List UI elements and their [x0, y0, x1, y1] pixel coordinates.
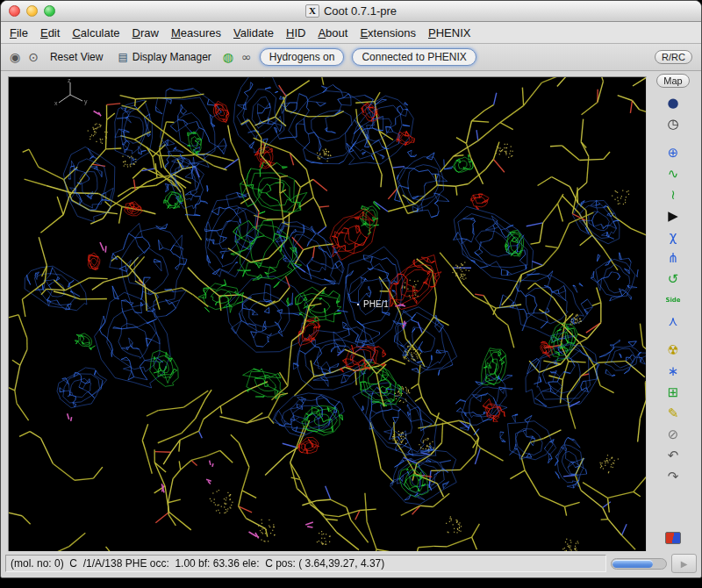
display-manager-button[interactable]: ▤ Display Manager — [114, 49, 214, 65]
triangle-icon: ▶ — [681, 559, 688, 569]
display-manager-label: Display Manager — [133, 51, 211, 63]
undo-icon[interactable]: ↶ — [668, 445, 679, 466]
right-toolbar: Map ●◷⊕∿≀▶χ⋔↺Side⋏☢∗⊞✎⊘↶↷ — [647, 71, 699, 551]
reset-view-label: Reset View — [50, 51, 103, 63]
alt-conf-icon[interactable]: ∗ — [668, 361, 679, 382]
titlebar[interactable]: X Coot 0.7.1-pre — [1, 1, 701, 22]
menu-phenix[interactable]: PHENIX — [428, 26, 470, 39]
main-content: Map ●◷⊕∿≀▶χ⋔↺Side⋏☢∗⊞✎⊘↶↷ — [1, 71, 701, 551]
redo-icon[interactable]: ↷ — [668, 466, 679, 487]
scrollbar-thumb[interactable] — [612, 560, 653, 568]
refine-sphere-icon[interactable]: ● — [667, 92, 678, 113]
menu-hid[interactable]: HID — [286, 26, 305, 39]
auto-fit-play-icon[interactable]: ▶ — [668, 205, 678, 226]
horizontal-scrollbar[interactable] — [611, 558, 667, 570]
green-led-icon[interactable]: ◍ — [223, 50, 233, 64]
torsion-general-icon[interactable]: ⋏ — [669, 311, 678, 332]
menu-measures[interactable]: Measures — [171, 26, 221, 39]
cycle-rotamer-icon[interactable]: ↺ — [668, 269, 679, 290]
display-color-icon[interactable] — [665, 532, 681, 544]
menu-edit[interactable]: Edit — [40, 26, 60, 39]
chi-angles-icon[interactable]: χ — [670, 226, 677, 247]
radiation-icon[interactable]: ☢ — [667, 340, 678, 361]
rrc-button[interactable]: R/RC — [655, 50, 692, 64]
status-row: (mol. no: 0) C /1/A/138 PHE occ: 1.00 bf… — [1, 551, 701, 577]
display-manager-icon: ▤ — [118, 51, 127, 63]
status-bar: (mol. no: 0) C /1/A/138 PHE occ: 1.00 bf… — [5, 555, 606, 572]
pencil-icon[interactable]: ✎ — [668, 403, 679, 424]
rotamer-icon[interactable]: ∿ — [668, 163, 679, 184]
add-residue-icon[interactable]: ⊞ — [668, 382, 679, 403]
window-title: Coot 0.7.1-pre — [324, 4, 397, 18]
zoom-button[interactable] — [44, 5, 55, 17]
title-wrap: X Coot 0.7.1-pre — [305, 4, 397, 18]
coot-window: X Coot 0.7.1-pre File Edit Calculate Dra… — [0, 0, 702, 578]
menu-extensions[interactable]: Extensions — [360, 26, 416, 39]
side-chain-flip-icon[interactable]: Side — [665, 290, 680, 311]
phenix-connection-badge[interactable]: Connected to PHENIX — [352, 48, 476, 66]
delete-item-icon[interactable]: ⊘ — [668, 424, 679, 445]
minimize-button[interactable] — [26, 5, 38, 17]
modelling-icon-stack: ●◷⊕∿≀▶χ⋔↺Side⋏☢∗⊞✎⊘↶↷ — [647, 92, 699, 551]
link-atoms-icon[interactable]: ∞ — [241, 50, 252, 64]
window-controls — [9, 5, 55, 17]
x11-icon: X — [305, 4, 319, 18]
menubar: File Edit Calculate Draw Measures Valida… — [1, 22, 701, 44]
torsion-icon[interactable]: ≀ — [670, 184, 676, 205]
toolbar: ◉ ⊙ Reset View ▤ Display Manager ◍ ∞ Hyd… — [1, 44, 701, 71]
target-circle-icon[interactable]: ⊙ — [28, 50, 39, 64]
regularize-clock-icon[interactable]: ◷ — [667, 113, 678, 134]
expander-button[interactable]: ▶ — [671, 554, 697, 573]
rotate-translate-icon[interactable]: ⊕ — [668, 142, 679, 163]
close-button[interactable] — [9, 5, 20, 17]
molecular-viewport[interactable] — [8, 76, 647, 557]
menu-draw[interactable]: Draw — [133, 26, 159, 39]
reset-view-button[interactable]: Reset View — [47, 49, 106, 65]
menu-validate[interactable]: Validate — [233, 26, 274, 39]
menu-file[interactable]: File — [10, 26, 28, 39]
record-circle-icon[interactable]: ◉ — [10, 50, 20, 64]
menu-about[interactable]: About — [318, 26, 347, 39]
map-button[interactable]: Map — [656, 74, 689, 88]
hydrogens-toggle[interactable]: Hydrogens on — [260, 48, 345, 66]
menu-calculate[interactable]: Calculate — [72, 26, 119, 39]
mutate-icon[interactable]: ⋔ — [668, 247, 679, 269]
